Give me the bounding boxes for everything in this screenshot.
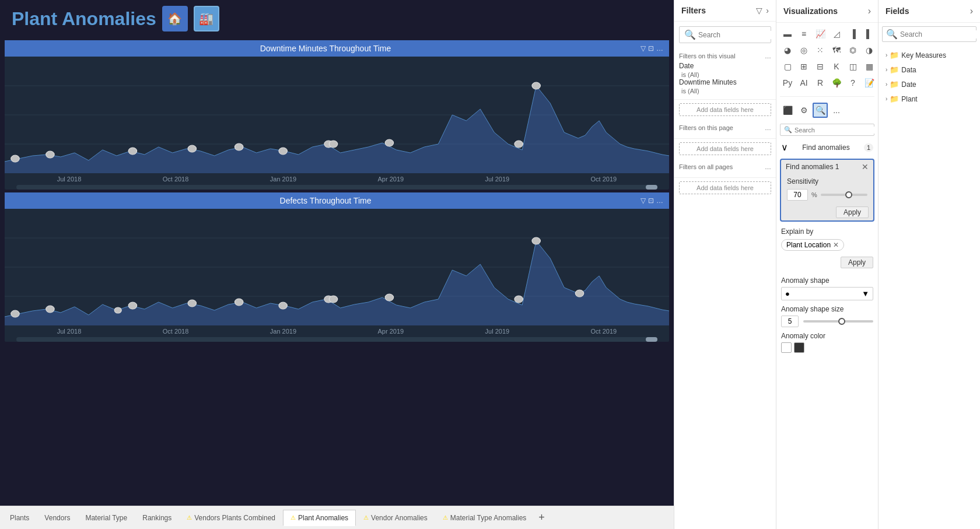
chart-more-btn2[interactable]: …	[656, 197, 663, 205]
viz-custom1-icon[interactable]: ⬛	[780, 103, 795, 118]
viz-funnel-icon[interactable]: ⏣	[845, 43, 860, 58]
filter-icon[interactable]: ▽	[756, 6, 762, 15]
viz-python-icon[interactable]: Py	[780, 75, 795, 90]
viz-qa-icon[interactable]: ?	[845, 75, 860, 90]
viz-map-icon[interactable]: 🗺	[829, 43, 844, 58]
anomaly-popup-close-btn[interactable]: ✕	[862, 162, 869, 171]
scroll-bar-downtime[interactable]	[16, 185, 657, 190]
anomaly-dot[interactable]	[128, 302, 136, 309]
viz-anomaly-icon active[interactable]: 🔍	[813, 103, 828, 118]
fields-search-box[interactable]: 🔍	[882, 26, 977, 42]
anomaly-dot[interactable]	[11, 310, 19, 317]
anomaly-dot[interactable]	[188, 145, 196, 152]
chart-focus-btn[interactable]: ⊡	[648, 44, 654, 52]
tab-material-type[interactable]: Material Type	[78, 510, 135, 526]
filter-add-allpages[interactable]: Add data fields here	[679, 181, 771, 194]
viz-donut-icon[interactable]: ◎	[796, 43, 811, 58]
anomaly-size-thumb[interactable]	[838, 318, 845, 325]
anomaly-dot[interactable]	[46, 151, 54, 158]
tab-plants[interactable]: Plants	[2, 510, 37, 526]
anomaly-dot[interactable]	[329, 141, 337, 148]
viz-bar-icon[interactable]: ▬	[780, 26, 795, 41]
tab-add-button[interactable]: +	[534, 509, 550, 526]
anomaly-dot[interactable]	[235, 299, 243, 306]
anomaly-dot[interactable]	[514, 141, 523, 148]
sensitivity-slider[interactable]	[821, 194, 867, 196]
tab-vendors-plants-combined[interactable]: ⚠ Vendors Plants Combined	[179, 510, 283, 526]
anomaly-shape-select[interactable]: ● ▼	[781, 287, 873, 300]
filter-downtime[interactable]: Downtime Minutes	[679, 78, 771, 86]
fields-group-item-plant[interactable]: › 📁 Plant	[883, 93, 975, 105]
chart-filter-btn2[interactable]: ▽	[640, 197, 646, 205]
filter-add-visual[interactable]: Add data fields here	[679, 103, 771, 116]
viz-decomp-icon[interactable]: 🌳	[829, 75, 844, 90]
anomaly-dot[interactable]	[575, 290, 583, 297]
color-swatch-black[interactable]	[794, 342, 804, 353]
fields-group-item-data[interactable]: › 📁 Data	[883, 64, 975, 76]
sensitivity-apply-btn[interactable]: Apply	[836, 206, 869, 218]
viz-gauge-icon[interactable]: ◑	[862, 43, 877, 58]
fields-search-input[interactable]	[900, 30, 980, 38]
scroll-thumb-defects[interactable]	[646, 337, 657, 342]
scroll-thumb-downtime[interactable]	[646, 185, 657, 190]
sensitivity-value[interactable]: 70	[787, 189, 808, 201]
viz-column-icon[interactable]: ▐	[845, 26, 860, 41]
anomaly-dot[interactable]	[279, 302, 287, 309]
viz-r-icon[interactable]: R	[813, 75, 828, 90]
anomaly-dot[interactable]	[514, 296, 523, 303]
filter-add-page[interactable]: Add data fields here	[679, 142, 771, 155]
chart-more-btn[interactable]: …	[656, 44, 663, 52]
anomaly-dot[interactable]	[279, 148, 287, 155]
anomaly-dot[interactable]	[532, 237, 540, 244]
viz-pie-icon[interactable]: ◕	[780, 43, 795, 58]
viz-scatter-icon[interactable]: ⁙	[813, 43, 828, 58]
find-anomalies-header[interactable]: ∨ Find anomalies 1	[776, 138, 878, 156]
anomaly-dot[interactable]	[46, 306, 54, 313]
viz-table-icon[interactable]: ⊞	[796, 59, 811, 74]
filter-collapse-icon[interactable]: ›	[766, 6, 769, 15]
viz-line-icon[interactable]: 📈	[813, 26, 828, 41]
filter-search-input[interactable]	[698, 31, 786, 39]
anomaly-dot[interactable]	[114, 307, 121, 313]
anomaly-dot[interactable]	[329, 296, 337, 303]
explain-tag-remove-btn[interactable]: ✕	[833, 241, 839, 249]
viz-card-icon[interactable]: ▢	[780, 59, 795, 74]
viz-search-box[interactable]: 🔍	[780, 124, 874, 136]
building-icon-button[interactable]: 🏭	[194, 6, 219, 31]
anomaly-dot[interactable]	[385, 139, 393, 146]
filter-page-more[interactable]: …	[765, 124, 771, 131]
viz-matrix-icon[interactable]: ⊟	[813, 59, 828, 74]
filter-allpages-more[interactable]: …	[765, 163, 771, 170]
viz-area-icon[interactable]: ◿	[829, 26, 844, 41]
viz-custom2-icon[interactable]: ⚙	[796, 103, 811, 118]
home-icon-button[interactable]: 🏠	[162, 6, 188, 31]
anomaly-dot[interactable]	[532, 82, 540, 89]
anomaly-dot[interactable]	[385, 294, 393, 301]
tab-rankings[interactable]: Rankings	[135, 510, 179, 526]
filter-date[interactable]: Date	[679, 62, 771, 70]
tab-vendors[interactable]: Vendors	[37, 510, 78, 526]
filter-search-box[interactable]: 🔍	[679, 26, 771, 43]
viz-search-input[interactable]	[794, 127, 875, 134]
tab-vendor-anomalies[interactable]: ⚠ Vendor Anomalies	[356, 510, 435, 526]
scroll-bar-defects[interactable]	[16, 337, 657, 342]
color-swatch-white[interactable]	[781, 342, 792, 353]
viz-smart-icon[interactable]: 📝	[862, 75, 877, 90]
anomaly-dot[interactable]	[11, 155, 19, 162]
viz-custom4-icon[interactable]: ...	[829, 103, 844, 118]
tab-material-type-anomalies[interactable]: ⚠ Material Type Anomalies	[435, 510, 534, 526]
anomaly-dot[interactable]	[235, 143, 243, 150]
fields-group-item-date[interactable]: › 📁 Date	[883, 78, 975, 90]
chart-filter-btn[interactable]: ▽	[640, 44, 646, 52]
tab-plant-anomalies[interactable]: ⚠ Plant Anomalies	[283, 510, 356, 526]
fields-expand-icon[interactable]: ›	[970, 6, 973, 16]
anomaly-dot[interactable]	[128, 148, 136, 155]
anomaly-size-value[interactable]: 5	[781, 316, 799, 327]
chart-focus-btn2[interactable]: ⊡	[648, 197, 654, 205]
anomaly-dot[interactable]	[188, 300, 196, 307]
viz-slicer-icon[interactable]: ◫	[845, 59, 860, 74]
viz-column2-icon[interactable]: ▌	[862, 26, 877, 41]
explain-apply-btn[interactable]: Apply	[841, 257, 873, 268]
viz-kpi-icon[interactable]: K	[829, 59, 844, 74]
viz-tree-icon[interactable]: ▦	[862, 59, 877, 74]
